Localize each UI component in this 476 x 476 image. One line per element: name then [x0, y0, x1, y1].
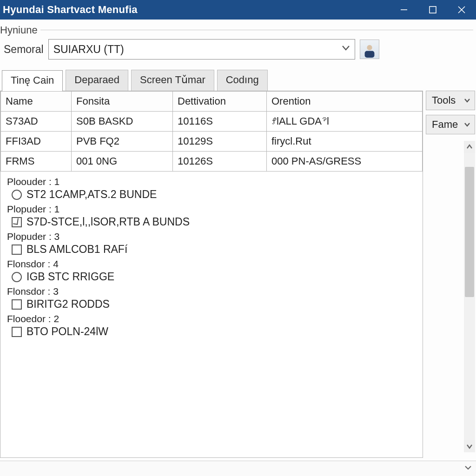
minimize-button[interactable] [390, 0, 418, 20]
option-label: S7D-STCE,l,,lSOR,RTB A BUNDS [26, 216, 190, 228]
col-fonsita[interactable]: Fonsita [72, 92, 173, 112]
option-group-label: Flonsdor : 3 [7, 286, 418, 297]
chevron-down-icon [341, 43, 351, 56]
tools-dropdown[interactable]: Tools [426, 91, 475, 110]
titlebar: Hyundai Shartvact Menufia [0, 0, 476, 20]
svg-point-4 [367, 45, 372, 50]
option-item[interactable]: BLS AMLCOB1 RAFí [12, 243, 418, 256]
svg-rect-5 [364, 51, 374, 58]
scroll-track[interactable] [464, 153, 475, 440]
close-button[interactable] [447, 0, 476, 20]
col-name[interactable]: Name [1, 92, 72, 112]
side-panel: Tools Fame [426, 91, 475, 458]
semoral-label: Semoral [4, 43, 44, 56]
scroll-down-button[interactable] [464, 440, 475, 452]
option-label: ST2 1CAMP,ATS.2 BUNDE [26, 188, 157, 201]
chevron-down-icon [463, 121, 471, 128]
option-item[interactable]: IGB STC RRIGGE [12, 271, 418, 283]
table-cell[interactable]: S0B BASKD [72, 112, 173, 132]
option-label: IGB STC RRIGGE [26, 271, 114, 283]
user-avatar[interactable] [360, 40, 379, 59]
checkbox-icon[interactable] [12, 299, 22, 310]
scroll-thumb[interactable] [465, 167, 474, 297]
table-cell[interactable]: PVB FQ2 [72, 132, 173, 152]
checkbox-icon[interactable] [12, 245, 22, 255]
option-item[interactable]: S7D-STCE,l,,lSOR,RTB A BUNDS [12, 216, 418, 228]
option-label: BLS AMLCOB1 RAFí [26, 243, 127, 256]
table-cell[interactable]: S73AD [1, 112, 72, 132]
window-controls [390, 0, 476, 20]
chevron-down-icon[interactable] [464, 463, 472, 474]
grid-header-row: Name Fonsita Dettivation Orention [1, 92, 423, 112]
col-dettivation[interactable]: Dettivation [173, 92, 267, 112]
option-group-label: Plopuder : 3 [7, 231, 418, 242]
table-cell[interactable]: 001 0NG [72, 152, 173, 172]
option-item[interactable]: BTO POLN-24lW [12, 325, 418, 338]
window-title: Hyundai Shartvact Menufia [3, 4, 138, 16]
fame-dropdown[interactable]: Fame [426, 115, 475, 134]
option-label: BTO POLN-24lW [26, 325, 108, 338]
radio-icon[interactable] [12, 272, 22, 282]
table-cell[interactable]: FRMS [1, 152, 72, 172]
table-cell[interactable]: firycl.Rut [267, 132, 423, 152]
option-group-label: Flonsdor : 4 [7, 258, 418, 270]
table-cell[interactable]: FFI3AD [1, 132, 72, 152]
main-panel: Name Fonsita Dettivation Orention S73ADS… [0, 91, 423, 458]
table-row[interactable]: FRMS001 0NG10126S000 PN-AS/GRESS [1, 152, 423, 172]
col-orention[interactable]: Orention [267, 92, 423, 112]
data-grid[interactable]: Name Fonsita Dettivation Orention S73ADS… [0, 91, 423, 172]
tab-screen-tumar[interactable]: Screen Tǔmar [131, 70, 214, 91]
option-group-label: Plopuder : 1 [7, 204, 418, 215]
svg-rect-1 [430, 7, 436, 13]
checkbox-icon[interactable] [12, 327, 22, 337]
option-group-label: Ploouder : 1 [7, 176, 418, 187]
table-cell[interactable]: 000 PN-AS/GRESS [267, 152, 423, 172]
semoral-combo[interactable]: SUIARXU (TT) [48, 39, 355, 60]
radio-icon[interactable] [12, 190, 22, 200]
option-item[interactable]: BIRITG2 RODDS [12, 298, 418, 311]
checkbox-icon[interactable] [12, 217, 22, 227]
option-item[interactable]: ST2 1CAMP,ATS.2 BUNDE [12, 188, 418, 201]
scroll-up-button[interactable] [464, 141, 475, 153]
option-label: BIRITG2 RODDS [26, 298, 110, 311]
status-bar [0, 461, 476, 476]
tab-coding[interactable]: Codıng [217, 70, 268, 91]
table-cell[interactable]: 10126S [173, 152, 267, 172]
option-group-label: Flooedor : 2 [7, 313, 418, 324]
table-cell[interactable]: ꝬlALL GDAˀl [267, 112, 423, 132]
chevron-down-icon [463, 97, 471, 104]
group-hyniune: Hyniune Semoral SUIARXU (TT) [0, 25, 473, 63]
tab-deparaed[interactable]: Deparaed [66, 70, 128, 91]
tab-tine-cain[interactable]: Tinę Cain [2, 70, 63, 91]
table-row[interactable]: S73ADS0B BASKD10116SꝬlALL GDAˀl [1, 112, 423, 132]
table-row[interactable]: FFI3ADPVB FQ210129Sfirycl.Rut [1, 132, 423, 152]
vertical-scrollbar[interactable] [464, 141, 475, 452]
tab-bar: Tinę Cain Deparaed Screen Tǔmar Codıng [2, 70, 475, 91]
option-list: Ploouder : 1ST2 1CAMP,ATS.2 BUNDEPlopude… [0, 172, 423, 341]
semoral-value: SUIARXU (TT) [53, 43, 124, 56]
table-cell[interactable]: 10129S [173, 132, 267, 152]
table-cell[interactable]: 10116S [173, 112, 267, 132]
maximize-button[interactable] [418, 0, 447, 20]
group-label: Hyniune [0, 24, 40, 36]
